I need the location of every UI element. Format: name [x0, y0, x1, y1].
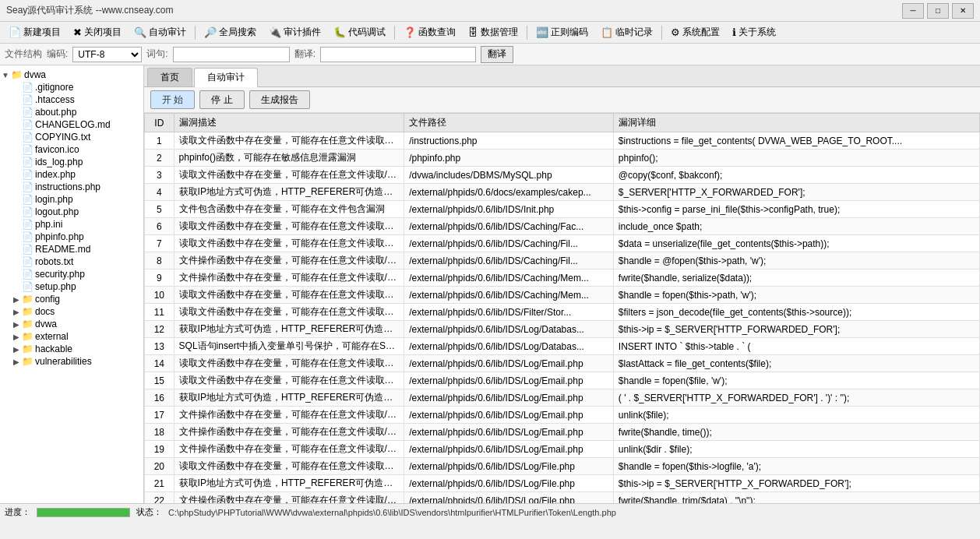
close-button[interactable]: ✕ [952, 3, 974, 19]
about-label: 关于系统 [739, 26, 776, 39]
tree-item-gitignore[interactable]: 📄.gitignore [0, 81, 143, 93]
tree-toggle-config-folder[interactable]: ▶ [11, 295, 22, 304]
tree-item-readme-md[interactable]: 📄README.md [0, 243, 143, 255]
cell-path: /dvwa/includes/DBMS/MySQL.php [404, 167, 614, 184]
tree-item-instructions[interactable]: 📄instructions.php [0, 181, 143, 193]
cell-desc: 读取文件函数中存在变量，可能存在任意文件读取漏洞 [174, 304, 404, 321]
menu-item-data-manage[interactable]: 🗄数据管理 [463, 23, 523, 42]
table-row[interactable]: 18文件操作函数中存在变量，可能存在任意文件读取/删除/修.../externa… [145, 424, 980, 441]
tree-children: 📄.gitignore📄.htaccess📄about.php📄CHANGELO… [0, 81, 143, 368]
tree-label-external-folder: external [35, 331, 69, 342]
tab-auto-audit[interactable]: 自动审计 [194, 68, 258, 87]
table-row[interactable]: 13SQL语句insert中插入变量单引号保护，可能存在SQL注入漏洞/exte… [145, 338, 980, 355]
tree-item-robots-txt[interactable]: 📄robots.txt [0, 255, 143, 268]
start-audit-button[interactable]: 开 始 [150, 90, 195, 109]
tree-item-php-ini[interactable]: 📄php.ini [0, 218, 143, 231]
menu-item-sys-settings[interactable]: ⚙系统配置 [665, 23, 725, 42]
tree-item-about-php[interactable]: 📄about.php [0, 106, 143, 118]
menu-item-close-project[interactable]: ✖关闭项目 [68, 23, 127, 42]
progress-bar-container [37, 508, 130, 517]
table-row[interactable]: 12获取IP地址方式可伪造，HTTP_REFERER可伪造，常见引发SQL...… [145, 321, 980, 338]
tree-item-login-php[interactable]: 📄login.php [0, 193, 143, 206]
tree-item-logout-php[interactable]: 📄logout.php [0, 206, 143, 218]
table-row[interactable]: 8文件操作函数中存在变量，可能存在任意文件读取/删除/修.../external… [145, 252, 980, 270]
tree-item-dvwa-folder[interactable]: ▶📁dvwa [0, 318, 143, 330]
tree-toggle-dvwa-folder[interactable]: ▶ [11, 320, 22, 329]
tab-home[interactable]: 首页 [147, 68, 192, 86]
cell-id: 7 [145, 235, 174, 252]
menu-item-func-query[interactable]: ❓函数查询 [398, 23, 461, 42]
cell-detail: phpinfo(); [613, 150, 979, 167]
tree-toggle-hackable-folder[interactable]: ▶ [11, 345, 22, 354]
table-row[interactable]: 20读取文件函数中存在变量，可能存在任意文件读取漏洞/external/phpi… [145, 458, 980, 475]
table-row[interactable]: 17文件操作函数中存在变量，可能存在任意文件读取/删除/修.../externa… [145, 407, 980, 424]
tree-item-vulnerabilities-folder[interactable]: ▶📁vulnerabilities [0, 355, 143, 368]
report-button[interactable]: 生成报告 [249, 90, 310, 109]
keyword-input[interactable] [173, 47, 290, 62]
tree-item-ids-log[interactable]: 📄ids_log.php [0, 156, 143, 168]
results-table-container: ID 漏洞描述 文件路径 漏洞详细 1读取文件函数中存在变量，可能存在任意文件读… [144, 113, 980, 503]
table-row[interactable]: 11读取文件函数中存在变量，可能存在任意文件读取漏洞/external/phpi… [145, 304, 980, 321]
tree-item-phpinfo-php[interactable]: 📄phpinfo.php [0, 231, 143, 243]
translate-input[interactable] [320, 47, 476, 62]
encoding-select[interactable]: UTF-8 GBK GB2312 ISO-8859-1 [72, 47, 142, 62]
table-row[interactable]: 21获取IP地址方式可伪造，HTTP_REFERER可伪造，常见引发SQL...… [145, 475, 980, 492]
minimize-button[interactable]: ─ [902, 3, 924, 19]
tree-toggle-root[interactable]: ▼ [0, 71, 11, 79]
tree-toggle-vulnerabilities-folder[interactable]: ▶ [11, 358, 22, 366]
file-icon-htaccess: 📄 [22, 94, 33, 105]
translate-button[interactable]: 翻译 [481, 46, 513, 63]
table-row[interactable]: 15读取文件函数中存在变量，可能存在任意文件读取漏洞/external/phpi… [145, 372, 980, 389]
tree-item-security-php[interactable]: 📄security.php [0, 268, 143, 280]
tree-item-docs-folder[interactable]: ▶📁docs [0, 305, 143, 318]
status-label: 状态： [136, 506, 162, 518]
menu-item-regex-encode[interactable]: 🔤正则编码 [531, 23, 594, 42]
cell-id: 20 [145, 458, 174, 475]
folder-icon-hackable-folder: 📁 [22, 343, 33, 354]
menu-item-about[interactable]: ℹ关于系统 [727, 23, 781, 42]
cell-path: /external/phpids/0.6/lib/IDS/Caching/Fil… [404, 235, 614, 252]
tree-item-copying[interactable]: 📄COPYING.txt [0, 131, 143, 143]
table-row[interactable]: 1读取文件函数中存在变量，可能存在任意文件读取漏洞/instructions.p… [145, 132, 980, 150]
tree-item-config-folder[interactable]: ▶📁config [0, 293, 143, 305]
table-row[interactable]: 6读取文件函数中存在变量，可能存在任意文件读取漏洞/external/phpid… [145, 218, 980, 235]
table-row[interactable]: 10读取文件函数中存在变量，可能存在任意文件读取漏洞/external/phpi… [145, 287, 980, 304]
tree-item-setup-php[interactable]: 📄setup.php [0, 280, 143, 293]
table-row[interactable]: 4获取IP地址方式可伪造，HTTP_REFERER可伪造，常见引发SQL.../… [145, 184, 980, 201]
tree-item-hackable-folder[interactable]: ▶📁hackable [0, 343, 143, 355]
tree-item-htaccess[interactable]: 📄.htaccess [0, 93, 143, 106]
menubar: 📄新建项目✖关闭项目🔍自动审计🔎全局搜索🔌审计插件🐛代码调试❓函数查询🗄数据管理… [0, 22, 980, 44]
table-row[interactable]: 5文件包含函数中存在变量，可能存在文件包含漏洞/external/phpids/… [145, 201, 980, 218]
tree-item-favicon[interactable]: 📄favicon.ico [0, 143, 143, 156]
maximize-button[interactable]: □ [927, 3, 949, 19]
table-row[interactable]: 3读取文件函数中存在变量，可能存在任意文件读取/删除/修.../dvwa/inc… [145, 167, 980, 184]
tree-item-changelog[interactable]: 📄CHANGELOG.md [0, 118, 143, 131]
tree-label-changelog: CHANGELOG.md [35, 119, 111, 130]
cell-id: 17 [145, 407, 174, 424]
table-row[interactable]: 2phpinfo()函数，可能存在敏感信息泄露漏洞/phpinfo.phpphp… [145, 150, 980, 167]
table-row[interactable]: 7读取文件函数中存在变量，可能存在任意文件读取漏洞/external/phpid… [145, 235, 980, 252]
table-row[interactable]: 14读取文件函数中存在变量，可能存在任意文件读取漏洞/external/phpi… [145, 355, 980, 372]
stop-audit-button[interactable]: 停 止 [199, 90, 244, 109]
menu-item-temp-record[interactable]: 📋临时记录 [595, 23, 658, 42]
tree-item-external-folder[interactable]: ▶📁external [0, 330, 143, 343]
menu-sep-5 [394, 26, 395, 40]
cell-detail: INSERT INTO ` $this->table . ` ( [613, 338, 979, 355]
tree-label-hackable-folder: hackable [35, 343, 72, 354]
tree-toggle-docs-folder[interactable]: ▶ [11, 308, 22, 316]
tree-label-favicon: favicon.ico [35, 144, 79, 155]
about-icon: ℹ [732, 26, 736, 38]
table-row[interactable]: 19文件操作函数中存在变量，可能存在任意文件读取/删除/修.../externa… [145, 441, 980, 458]
menu-item-new-project[interactable]: 📄新建项目 [3, 23, 66, 42]
table-row[interactable]: 22文件操作函数中存在变量，可能存在任意文件读取/删除/修.../externa… [145, 492, 980, 504]
menu-item-auto-audit[interactable]: 🔍自动审计 [129, 23, 192, 42]
tree-toggle-external-folder[interactable]: ▶ [11, 333, 22, 341]
table-row[interactable]: 9文件操作函数中存在变量，可能存在任意文件读取/删除/修.../external… [145, 270, 980, 287]
menu-item-global-search[interactable]: 🔎全局搜索 [199, 23, 262, 42]
table-row[interactable]: 16获取IP地址方式可伪造，HTTP_REFERER可伪造，常见引发SQL...… [145, 389, 980, 407]
menu-item-audit-plugin[interactable]: 🔌审计插件 [263, 23, 326, 42]
tree-item-index-php[interactable]: 📄index.php [0, 168, 143, 181]
col-header-detail: 漏洞详细 [613, 114, 979, 132]
menu-item-code-debug[interactable]: 🐛代码调试 [328, 23, 391, 42]
tree-root-dwwa[interactable]: ▼ 📁 dvwa [0, 69, 143, 81]
